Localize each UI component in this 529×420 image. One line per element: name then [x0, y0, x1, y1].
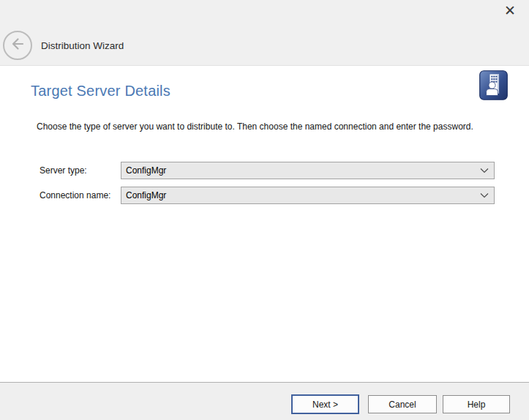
connection-name-label: Connection name: [40, 190, 110, 200]
distribution-server-icon [479, 70, 508, 100]
server-type-value: ConfigMgr [121, 165, 475, 176]
page-title: Target Server Details [31, 83, 170, 100]
footer-bar: Next > Cancel Help [0, 382, 529, 420]
page-description: Choose the type of server you want to di… [37, 120, 481, 133]
connection-name-dropdown[interactable]: ConfigMgr [121, 187, 495, 204]
server-type-dropdown[interactable]: ConfigMgr [121, 162, 495, 179]
connection-name-value: ConfigMgr [121, 190, 475, 200]
server-type-label: Server type: [40, 165, 87, 176]
chevron-down-icon [475, 187, 494, 203]
back-button[interactable] [3, 31, 32, 60]
help-button[interactable]: Help [443, 395, 510, 413]
wizard-header: ✕ Distribution Wizard [0, 0, 529, 66]
chevron-down-icon [475, 162, 494, 179]
close-icon[interactable]: ✕ [500, 1, 520, 20]
cancel-button[interactable]: Cancel [368, 395, 437, 413]
wizard-title: Distribution Wizard [41, 31, 124, 60]
next-button[interactable]: Next > [291, 394, 359, 414]
back-arrow-icon [9, 35, 26, 56]
